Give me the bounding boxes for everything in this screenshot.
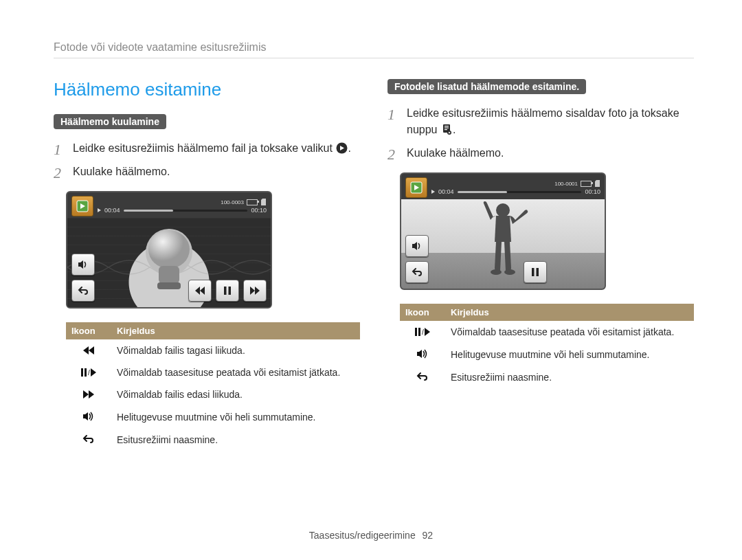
volume-icon (415, 348, 430, 360)
pause-play-icon: / (415, 326, 430, 338)
table-row: / Võimaldab taasesituse peatada või esit… (400, 321, 694, 343)
svg-marker-21 (83, 390, 89, 399)
battery-icon (247, 199, 258, 205)
left-step-2: Kuulake häälmemo. (54, 164, 360, 180)
fast-forward-icon (81, 388, 96, 401)
play-indicator-icon (98, 208, 101, 212)
svg-marker-23 (83, 412, 88, 421)
progress-bar[interactable] (458, 191, 582, 193)
table-row: Esitusrežiimi naasmine. (400, 366, 694, 388)
row-desc: Helitugevuse muutmine või heli summutami… (445, 343, 694, 366)
row-desc: Võimaldab taasesituse peatada või esitam… (111, 361, 360, 383)
sd-card-icon (594, 180, 600, 187)
left-icon-table: Ikoon Kirjeldus Võimaldab failis tagasi … (66, 322, 360, 451)
table-row: Esitusrežiimi naasmine. (66, 428, 360, 451)
back-icon (415, 370, 430, 383)
fast-forward-button[interactable] (243, 280, 267, 302)
left-th-desc: Kirjeldus (111, 322, 360, 339)
left-th-icon: Ikoon (66, 322, 111, 339)
table-row: / Võimaldab taasesituse peatada või esit… (66, 361, 360, 383)
svg-text:/: / (422, 328, 424, 336)
back-icon (81, 433, 96, 445)
right-icon-table: Ikoon Kirjeldus / Võimaldab taasesituse … (400, 304, 694, 388)
thumbnail-icon (71, 196, 93, 216)
svg-marker-14 (255, 287, 260, 295)
right-subsection-pill: Fotodele lisatud häälmemode esitamine. (387, 79, 586, 94)
svg-rect-11 (224, 287, 227, 295)
page-number: 92 (423, 530, 434, 541)
back-button[interactable] (71, 280, 95, 302)
pause-button[interactable] (524, 261, 547, 283)
play-indicator-icon (431, 190, 435, 194)
svg-rect-39 (418, 328, 420, 336)
pause-play-icon: / (81, 366, 96, 379)
pause-button[interactable] (216, 280, 239, 302)
play-circle-icon (335, 142, 348, 155)
total-time: 00:10 (251, 207, 267, 214)
right-column: Fotodele lisatud häälmemode esitamine. L… (387, 79, 694, 451)
audio-memo-player: 100-0003 00:04 00:10 (66, 191, 272, 309)
svg-marker-8 (78, 260, 83, 269)
svg-rect-12 (229, 287, 232, 295)
svg-marker-13 (250, 287, 255, 295)
right-th-desc: Kirjeldus (445, 304, 694, 321)
thumbnail-icon (405, 177, 427, 198)
total-time: 00:10 (585, 188, 600, 195)
row-desc: Võimaldab failis edasi liikuda. (111, 383, 360, 405)
right-step-2: Kuulake häälmemo. (387, 145, 694, 161)
page-footer: Taasesitus/redigeerimine 92 (0, 530, 742, 541)
photo-memo-player: 100-0001 00:04 00:10 (400, 172, 606, 290)
svg-rect-36 (532, 268, 535, 276)
svg-rect-18 (85, 368, 87, 377)
svg-rect-25 (445, 126, 449, 126)
left-step-1-text: Leidke esitusrežiimis häälmemo fail ja t… (73, 142, 335, 154)
left-steps: Leidke esitusrežiimis häälmemo fail ja t… (54, 140, 360, 180)
svg-marker-16 (89, 346, 94, 355)
volume-button[interactable] (405, 235, 429, 257)
elapsed-time: 00:04 (104, 207, 120, 214)
svg-text:/: / (88, 369, 90, 377)
left-column: Häälmemo esitamine Häälmemo kuulamine Le… (54, 79, 360, 451)
row-desc: Helitugevuse muutmine või heli summutami… (111, 405, 360, 428)
breadcrumb: Fotode või videote vaatamine esitusrežii… (54, 41, 694, 58)
svg-rect-17 (81, 368, 83, 377)
row-desc: Võimaldab taasesituse peatada või esitam… (445, 321, 694, 343)
back-button[interactable] (405, 261, 429, 283)
memo-tag-icon (440, 124, 453, 136)
volume-icon (81, 410, 96, 423)
svg-rect-27 (445, 129, 447, 130)
row-desc: Esitusrežiimi naasmine. (445, 366, 694, 388)
svg-marker-9 (195, 287, 200, 295)
svg-marker-42 (417, 350, 422, 358)
footer-text: Taasesitus/redigeerimine (309, 530, 416, 541)
progress-bar[interactable] (124, 210, 248, 212)
sd-card-icon (260, 199, 267, 205)
elapsed-time: 00:04 (438, 188, 454, 195)
svg-marker-15 (83, 346, 89, 355)
rewind-icon (81, 344, 96, 357)
right-th-icon: Ikoon (400, 304, 445, 321)
table-row: Võimaldab failis edasi liikuda. (66, 383, 360, 405)
volume-button[interactable] (71, 254, 95, 276)
battery-icon (581, 181, 592, 187)
right-step-1: Leidke esitusrežiimis häälmemo sisaldav … (387, 105, 694, 138)
left-subsection-pill: Häälmemo kuulamine (54, 114, 166, 129)
svg-marker-35 (412, 242, 417, 250)
rewind-button[interactable] (188, 280, 212, 302)
svg-marker-10 (200, 287, 205, 295)
right-steps: Leidke esitusrežiimis häälmemo sisaldav … (387, 105, 694, 161)
svg-rect-38 (415, 328, 417, 336)
svg-marker-20 (91, 368, 96, 377)
table-row: Võimaldab failis tagasi liikuda. (66, 339, 360, 361)
file-id: 100-0001 (554, 181, 578, 187)
svg-marker-41 (425, 328, 430, 336)
svg-rect-37 (537, 268, 539, 276)
svg-rect-26 (445, 128, 449, 128)
svg-point-32 (496, 203, 510, 217)
section-title: Häälmemo esitamine (54, 79, 360, 100)
svg-marker-22 (89, 390, 94, 399)
table-row: Helitugevuse muutmine või heli summutami… (400, 343, 694, 366)
row-desc: Esitusrežiimi naasmine. (111, 428, 360, 451)
left-step-1: Leidke esitusrežiimis häälmemo fail ja t… (54, 140, 360, 157)
table-row: Helitugevuse muutmine või heli summutami… (66, 405, 360, 428)
